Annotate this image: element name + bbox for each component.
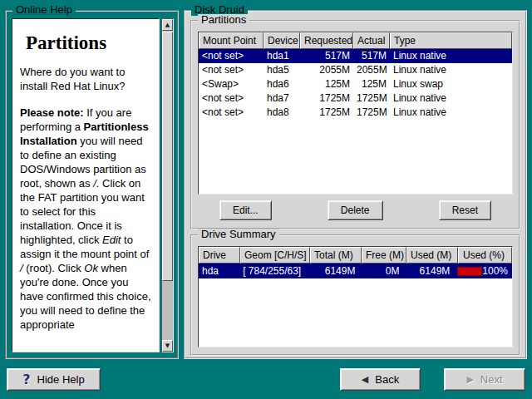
drive-summary-table: Drive Geom [C/H/S] Total (M) Free (M) Us… bbox=[198, 246, 513, 347]
cell-type: Linux swap bbox=[390, 77, 512, 91]
column-header-device[interactable]: Device bbox=[264, 32, 300, 49]
column-header-geom[interactable]: Geom [C/H/S] bbox=[240, 247, 310, 264]
partition-actions: Edit... Delete Reset bbox=[198, 200, 513, 221]
partitions-table-header: Mount Point Device Requested Actual Type bbox=[199, 32, 512, 49]
partition-row-hda1[interactable]: <not set> hda1 517M 517M Linux native bbox=[199, 49, 512, 63]
cell-type: Linux native bbox=[390, 63, 512, 77]
scroll-down-icon[interactable]: ▼ bbox=[162, 340, 173, 352]
help-heading: Partitions bbox=[26, 36, 152, 50]
next-label: Next bbox=[480, 373, 503, 386]
cell-used-pct: 100% bbox=[453, 264, 512, 278]
cell-free: 0M bbox=[358, 264, 402, 278]
cell-device: hda7 bbox=[264, 91, 300, 106]
hide-help-label: Hide Help bbox=[37, 373, 85, 386]
cell-total: 6149M bbox=[308, 264, 359, 278]
cell-type: Linux native bbox=[390, 49, 512, 63]
back-button[interactable]: ◀ Back bbox=[340, 368, 421, 391]
next-button[interactable]: ▶ Next bbox=[444, 368, 525, 391]
cell-mount-point: <not set> bbox=[199, 63, 264, 77]
cell-mount-point: <Swap> bbox=[199, 77, 264, 91]
column-header-type[interactable]: Type bbox=[390, 32, 512, 49]
partitions-frame-title: Partitions bbox=[198, 14, 249, 26]
partitions-table: Mount Point Device Requested Actual Type… bbox=[198, 32, 513, 195]
cell-mount-point: <not set> bbox=[199, 49, 264, 63]
partition-row-hda8[interactable]: <not set> hda8 1725M 1725M Linux native bbox=[199, 106, 512, 120]
cell-requested: 517M bbox=[300, 49, 353, 63]
installer-screen: { "colors": { "desktop_bg": "#007878", "… bbox=[0, 0, 532, 399]
cell-used-m: 6149M bbox=[402, 264, 453, 278]
column-header-requested[interactable]: Requested bbox=[300, 32, 353, 49]
cell-actual: 1725M bbox=[353, 106, 390, 120]
cell-requested: 2055M bbox=[300, 63, 353, 77]
online-help-frame-title: Online Help bbox=[12, 4, 76, 16]
help-note-bold: Please note: bbox=[20, 106, 86, 119]
help-question-icon: ? bbox=[22, 372, 30, 387]
column-header-free[interactable]: Free (M) bbox=[362, 247, 406, 264]
used-percent-label: 100% bbox=[482, 264, 508, 278]
drive-row-hda[interactable]: hda [ 784/255/63] 6149M 0M 6149M 100% bbox=[199, 264, 512, 278]
partition-row-hda5[interactable]: <not set> hda5 2055M 2055M Linux native bbox=[199, 63, 512, 77]
cell-type: Linux native bbox=[390, 106, 512, 120]
reset-button[interactable]: Reset bbox=[439, 200, 491, 220]
hide-help-button[interactable]: ? Hide Help bbox=[7, 368, 101, 391]
help-note-italic: Edit bbox=[102, 234, 121, 246]
cell-mount-point: <not set> bbox=[199, 91, 264, 106]
column-header-total[interactable]: Total (M) bbox=[310, 247, 362, 264]
cell-actual: 1725M bbox=[353, 91, 390, 106]
cell-mount-point: <not set> bbox=[199, 106, 264, 120]
partition-row-hda6[interactable]: <Swap> hda6 125M 125M Linux swap bbox=[199, 77, 512, 91]
scroll-up-icon[interactable]: ▲ bbox=[162, 19, 173, 31]
arrow-left-icon: ◀ bbox=[362, 374, 368, 385]
cell-drive: hda bbox=[199, 264, 239, 278]
cell-actual: 517M bbox=[353, 49, 390, 63]
partitions-section: Partitions Mount Point Device Requested … bbox=[190, 20, 520, 229]
help-intro-paragraph: Where do you want to install Red Hat Lin… bbox=[20, 65, 152, 93]
cell-requested: 1725M bbox=[300, 91, 353, 106]
cell-actual: 2055M bbox=[353, 63, 390, 77]
help-note-italic: Ok bbox=[84, 262, 98, 274]
drive-summary-frame-title: Drive Summary bbox=[198, 229, 279, 240]
partition-row-hda7[interactable]: <not set> hda7 1725M 1725M Linux native bbox=[199, 91, 512, 106]
column-header-used-pct[interactable]: Used (%) bbox=[458, 247, 512, 264]
delete-button[interactable]: Delete bbox=[328, 200, 383, 220]
online-help-panel: Online Help Partitions Where do you want… bbox=[5, 10, 179, 359]
scrollbar-thumb[interactable] bbox=[162, 32, 173, 281]
column-header-actual[interactable]: Actual bbox=[353, 32, 390, 49]
cell-device: hda6 bbox=[264, 77, 300, 91]
cell-actual: 125M bbox=[353, 77, 390, 91]
help-viewport: Partitions Where do you want to install … bbox=[12, 18, 174, 352]
column-header-used-m[interactable]: Used (M) bbox=[406, 247, 458, 264]
cell-device: hda1 bbox=[264, 49, 300, 63]
column-header-mount-point[interactable]: Mount Point bbox=[199, 32, 264, 49]
cell-type: Linux native bbox=[390, 91, 512, 106]
drive-summary-table-header: Drive Geom [C/H/S] Total (M) Free (M) Us… bbox=[199, 247, 512, 264]
edit-button[interactable]: Edit... bbox=[219, 200, 272, 220]
help-note-text: (root). Click bbox=[23, 262, 85, 274]
back-label: Back bbox=[375, 373, 399, 386]
cell-geom: [ 784/255/63] bbox=[239, 264, 308, 278]
drive-summary-section: Drive Summary Drive Geom [C/H/S] Total (… bbox=[190, 234, 520, 356]
arrow-right-icon: ▶ bbox=[466, 374, 473, 385]
used-percent-bar bbox=[457, 267, 482, 276]
cell-requested: 1725M bbox=[300, 106, 353, 120]
cell-device: hda8 bbox=[264, 106, 300, 120]
cell-device: hda5 bbox=[264, 63, 300, 77]
help-text-area: Partitions Where do you want to install … bbox=[12, 18, 160, 352]
disk-druid-panel: Disk Druid Partitions Mount Point Device… bbox=[184, 10, 527, 359]
column-header-drive[interactable]: Drive bbox=[199, 247, 240, 264]
cell-requested: 125M bbox=[300, 77, 353, 91]
help-scrollbar[interactable]: ▲ ▼ bbox=[161, 18, 174, 352]
help-note-paragraph: Please note: If you are performing a Par… bbox=[20, 106, 152, 332]
